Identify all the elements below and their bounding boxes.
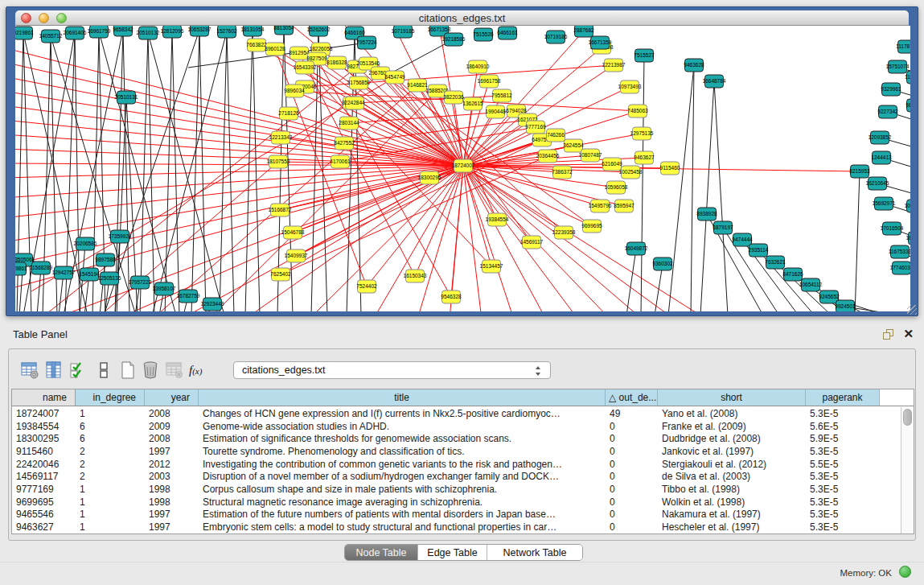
graph-node[interactable]: 18300295 [418,171,441,184]
graph-node[interactable]: 2242844 [344,97,365,109]
graph-node[interactable]: 8960128 [265,43,285,56]
graph-node[interactable]: 16782759 [177,290,200,303]
table-row[interactable]: 1456911722003Disruption of a novel membe… [12,470,901,483]
column-header-year[interactable]: year [145,389,199,406]
graph-node[interactable]: 8186328 [326,56,347,69]
graph-node[interactable]: 12975135 [630,127,654,140]
table-row[interactable]: 1938455462009Genome-wide association stu… [12,420,901,433]
graph-node[interactable]: 9896034 [284,84,305,97]
graph-node[interactable]: 9463627 [634,151,655,164]
graph-node[interactable]: 15409937 [285,249,308,262]
row-height-icon[interactable] [94,360,113,380]
graph-node[interactable]: 9463628 [684,59,704,72]
graph-node[interactable]: 8427552 [334,137,355,150]
graph-node[interactable]: 3822036 [443,91,464,104]
graph-node[interactable]: 12505135 [98,272,121,285]
graph-node[interactable]: 3624554 [563,139,584,152]
graph-node[interactable]: 12213987 [602,59,626,72]
new-document-icon[interactable] [118,360,138,380]
graph-node[interactable]: 15134457 [480,260,503,273]
close-panel-icon[interactable]: ✕ [903,327,914,341]
graph-node[interactable]: 9897588 [95,253,116,266]
graph-node[interactable]: 15046788 [281,226,305,239]
graph-node[interactable]: 19218586 [442,33,466,46]
graph-node[interactable]: 8454749 [384,71,405,84]
graph-node[interactable]: 746266 [547,129,565,142]
function-fx-icon[interactable]: f(x) [189,360,208,380]
graph-node[interactable]: 15751074 [886,60,910,73]
graph-node[interactable]: 6466161 [497,27,518,39]
float-window-icon[interactable] [883,329,895,341]
graph-node[interactable]: 12923448 [201,298,224,311]
graph-node[interactable]: 1990448 [485,105,506,118]
graph-node[interactable]: 2718126 [278,107,299,120]
graph-node[interactable]: 7485063 [627,105,648,117]
graph-node[interactable]: 12239358 [552,226,576,239]
graph-node[interactable]: 10025458 [619,166,643,179]
graph-node[interactable]: 17746032 [890,262,910,274]
table-row[interactable]: 946554611997Estimation of the future num… [12,509,901,521]
graph-node[interactable]: 8595947 [614,200,634,212]
table-row[interactable]: 946362711997Embryonic stem cells: a mode… [12,521,901,534]
graph-node[interactable]: 10719186 [544,31,568,43]
graph-node[interactable]: 9699695 [581,220,602,233]
graph-node[interactable]: 16210645 [866,177,889,190]
graph-node[interactable]: 9146821 [407,79,428,92]
graph-node[interactable]: 15262602 [307,26,331,36]
graph-node[interactable]: 15495796 [589,200,612,212]
graph-node[interactable]: 14569117 [520,236,544,249]
graph-node[interactable]: 8938928 [696,208,717,220]
graph-node[interactable]: 8215953 [849,165,870,178]
graph-node[interactable]: 12093852 [869,131,892,144]
graph-node[interactable]: 18724007 [452,159,475,172]
table-settings-icon[interactable] [20,360,39,380]
vertical-scrollbar[interactable] [901,407,914,534]
graph-node[interactable]: 15692971 [873,197,896,210]
close-traffic-light-icon[interactable] [21,13,31,23]
graph-node[interactable]: 1545194 [79,268,100,281]
graph-node[interactable]: 12942757 [52,266,76,279]
graph-node[interactable]: 7663822 [246,39,267,51]
graph-node[interactable]: 18107553 [267,155,290,168]
graph-node[interactable]: 2803144 [339,117,359,130]
graph-node[interactable]: 16049872 [625,242,648,255]
graph-node[interactable]: 7524402 [356,280,377,293]
scrollbar-thumb[interactable] [903,409,912,426]
graph-node[interactable]: 9876543 [906,99,910,112]
column-header-pagerank[interactable]: pagerank [806,389,880,406]
graph-node[interactable]: 10807487 [579,149,602,162]
graph-node[interactable]: 16961758 [478,75,501,88]
graph-node[interactable]: 2935114 [749,244,769,257]
graph-node[interactable]: 15166872 [269,204,292,216]
graph-node[interactable]: 1527602 [216,26,237,38]
column-header-out_de[interactable]: △ out_de... [606,389,658,406]
graph-node[interactable]: 10719185 [392,26,415,38]
graph-node[interactable]: 1244413 [871,151,892,164]
graph-node[interactable]: 16543392 [294,61,317,74]
graph-node[interactable]: 7955812 [491,89,512,102]
table-select-combo[interactable]: citations_edges.txt [233,361,551,379]
graph-node[interactable]: 9219861 [15,27,34,39]
graph-node[interactable]: 8813054 [273,26,294,35]
graph-node[interactable]: 20510131 [115,91,138,104]
tab-edge-table[interactable]: Edge Table [417,545,487,560]
graph-node[interactable]: 6879197 [713,221,733,234]
graph-node[interactable]: 9329961 [881,83,901,96]
graph-node[interactable]: 7957224 [356,36,377,49]
graph-node[interactable]: 20691406 [64,27,87,39]
delete-trash-icon[interactable] [141,360,160,380]
graph-node[interactable]: 12812096 [161,26,184,38]
graph-node[interactable]: 16961759 [88,26,111,38]
column-header-name[interactable]: name [12,389,76,406]
graph-node[interactable]: 20364456 [536,150,560,163]
graph-node[interactable]: 4170061 [330,155,351,168]
column-header-in_degree[interactable]: in_degree [76,389,145,406]
graph-node[interactable]: 14055712 [39,30,63,43]
tab-node-table[interactable]: Node Table [345,545,417,560]
resize-grip[interactable] [907,305,917,315]
table-row[interactable]: 969969511998Structural magnetic resonanc… [12,496,901,509]
graph-node[interactable]: 2887682 [573,26,594,37]
graph-node[interactable]: 10973493 [618,80,642,93]
graph-node[interactable]: 20510132 [137,27,160,39]
graph-node[interactable]: 17016504 [881,222,904,235]
